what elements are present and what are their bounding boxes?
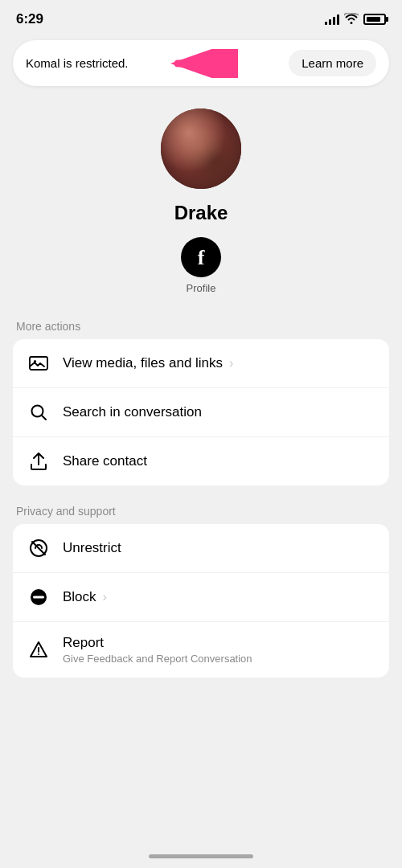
restricted-banner: Komal is restricted. Learn more (13, 40, 389, 86)
svg-point-2 (34, 360, 36, 362)
status-time: 6:29 (16, 11, 43, 27)
chevron-icon: › (103, 590, 107, 604)
profile-label: Profile (187, 282, 216, 294)
block-label: Block (63, 589, 96, 605)
status-bar: 6:29 (0, 0, 402, 34)
more-actions-section: More actions View media, files and links… (13, 320, 389, 485)
report-text-group: Report Give Feedback and Report Conversa… (63, 635, 375, 665)
search-conversation-label: Search in conversation (63, 404, 202, 420)
svg-rect-6 (33, 596, 44, 599)
unrestrict-item[interactable]: Unrestrict (13, 524, 389, 573)
report-subtext: Give Feedback and Report Conversation (63, 653, 375, 665)
report-label: Report (63, 635, 375, 651)
unrestrict-icon (27, 537, 50, 559)
report-item[interactable]: Report Give Feedback and Report Conversa… (13, 622, 389, 678)
unrestrict-label: Unrestrict (63, 540, 121, 556)
learn-more-button[interactable]: Learn more (289, 50, 376, 76)
share-icon (27, 450, 50, 473)
signal-icon (325, 14, 339, 25)
block-icon (27, 586, 50, 608)
restricted-text: Komal is restricted. (26, 56, 282, 70)
view-media-item[interactable]: View media, files and links › (13, 339, 389, 388)
svg-rect-1 (30, 357, 47, 370)
more-actions-title: More actions (13, 320, 389, 333)
privacy-support-list: Unrestrict Block › Rep (13, 524, 389, 678)
search-conversation-item[interactable]: Search in conversation (13, 388, 389, 437)
share-contact-item[interactable]: Share contact (13, 437, 389, 485)
privacy-support-title: Privacy and support (13, 505, 389, 518)
profile-name: Drake (174, 202, 228, 224)
search-icon (27, 401, 50, 424)
wifi-icon (344, 13, 359, 27)
more-actions-list: View media, files and links › Search in … (13, 339, 389, 485)
profile-link[interactable]: f Profile (181, 237, 221, 294)
view-media-label: View media, files and links (63, 355, 223, 371)
chevron-icon: › (229, 356, 233, 371)
media-icon (27, 352, 50, 375)
battery-icon (363, 14, 386, 25)
block-item[interactable]: Block › (13, 573, 389, 622)
facebook-icon: f (181, 237, 221, 277)
share-contact-label: Share contact (63, 453, 147, 469)
avatar (161, 108, 241, 189)
report-icon (27, 639, 50, 661)
status-icons (325, 13, 386, 27)
svg-point-7 (38, 653, 39, 655)
profile-section: Drake f Profile (0, 92, 402, 307)
privacy-support-section: Privacy and support Unrestrict Block (13, 505, 389, 678)
home-indicator (149, 854, 253, 858)
